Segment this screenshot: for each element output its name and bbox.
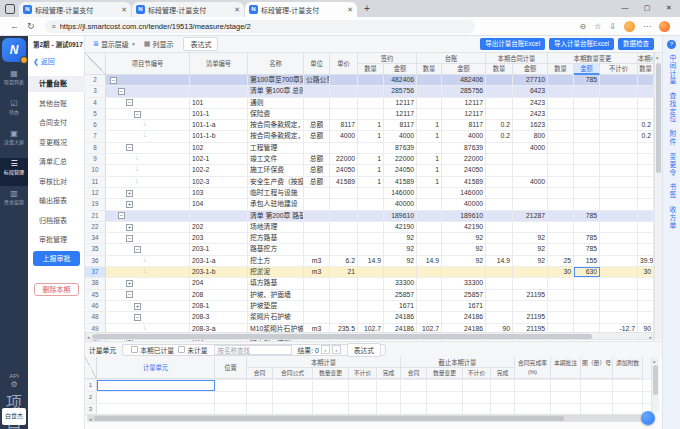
cell-ac[interactable]	[513, 165, 548, 175]
cell-as[interactable]: 1671	[384, 301, 417, 311]
cell-qx[interactable]	[638, 233, 654, 243]
cell-qt[interactable]	[417, 188, 442, 198]
cell-np[interactable]	[600, 301, 638, 311]
tab-close-icon[interactable]: ✕	[121, 6, 127, 14]
cell-price[interactable]	[330, 86, 358, 96]
prev-result-button[interactable]: ‹	[321, 345, 330, 354]
tree-cell[interactable]: └	[106, 267, 190, 277]
cell-av[interactable]	[574, 188, 600, 198]
cell-name[interactable]: 路基挖方	[248, 244, 304, 254]
table-row[interactable]: 37└203-1-b挖淤泥m3213063030	[85, 267, 654, 278]
cell-qv[interactable]	[548, 143, 574, 153]
cell-name[interactable]: 第100章至700章清单	[248, 75, 304, 85]
cell-as[interactable]: 189610	[384, 211, 417, 221]
cell-code[interactable]	[190, 211, 248, 221]
nav-rail-item-1[interactable]: ▦项目列表	[0, 68, 28, 96]
cell-name[interactable]: 护坡、护面墙	[248, 290, 304, 300]
column-header[interactable]: 合同完成率(%)	[515, 357, 551, 379]
table-row[interactable]: 6└101-1-a按合同条款规定，提供建筑工程一总额81171811718117…	[85, 120, 654, 131]
browser-menu-icon[interactable]: ⋯	[643, 22, 651, 31]
cell-unit[interactable]: m3	[304, 267, 330, 277]
scroll-up-icon[interactable]: ▴	[656, 53, 659, 61]
cell-qt[interactable]	[417, 211, 442, 221]
cell-np[interactable]	[600, 177, 638, 187]
cell-qc[interactable]: 0.2	[486, 120, 513, 130]
sidebar-item-3[interactable]: 合同支付	[28, 115, 85, 131]
cell-unit[interactable]: 总额	[304, 154, 330, 164]
cell-np[interactable]	[600, 154, 638, 164]
search-input[interactable]: 按名称查找	[214, 345, 292, 355]
profile-avatar[interactable]	[624, 21, 635, 32]
cell-qt[interactable]: 1	[417, 154, 442, 164]
cell-empty[interactable]	[463, 380, 491, 391]
cell-name[interactable]: 挖方路基	[248, 233, 304, 243]
column-header[interactable]: 数量	[417, 64, 442, 75]
cell-code[interactable]: 101-1-a	[190, 120, 248, 130]
cell-qc[interactable]	[486, 177, 513, 187]
cell-ac[interactable]: 21195	[513, 312, 548, 322]
cell-qt[interactable]	[417, 278, 442, 288]
cell-code[interactable]: 203-1	[190, 244, 248, 254]
table-row[interactable]: 12+103临时工程与设施146000146000	[85, 188, 654, 199]
column-header[interactable]: 金额	[384, 64, 417, 75]
cell-empty[interactable]	[349, 392, 377, 403]
tree-cell[interactable]: +	[106, 199, 190, 209]
cell-av[interactable]: 785	[574, 75, 600, 85]
cell-ac[interactable]: 800	[513, 131, 548, 141]
cell-at[interactable]: 482406	[442, 75, 486, 85]
cell-name[interactable]: 挖淤泥	[248, 267, 304, 277]
cell-empty[interactable]	[349, 380, 377, 391]
cell-qx[interactable]	[638, 109, 654, 119]
cell-qs[interactable]	[358, 301, 384, 311]
cell-np[interactable]	[600, 98, 638, 108]
cell-qs[interactable]: 14.9	[358, 256, 384, 266]
table-row[interactable]: 38+204填方路基3330033300	[85, 278, 654, 289]
sidebar-item-2[interactable]: 其他台账	[28, 96, 85, 112]
row-number[interactable]: 4	[85, 98, 106, 108]
cell-ac[interactable]: 21287	[513, 211, 548, 221]
expand-icon[interactable]: +	[126, 224, 133, 231]
new-tab-button[interactable]: +	[364, 3, 370, 15]
tree-cell[interactable]: +	[106, 188, 190, 198]
row-number[interactable]: 3	[85, 86, 106, 96]
cell-unit[interactable]	[304, 199, 330, 209]
window-maximize-button[interactable]: ▢	[636, 0, 658, 16]
cell-price[interactable]	[330, 75, 358, 85]
table-row[interactable]: 4−101通则12117121172423	[85, 98, 654, 109]
cell-av[interactable]	[574, 177, 600, 187]
cell-empty[interactable]	[215, 392, 247, 403]
cell-empty[interactable]	[377, 380, 401, 391]
tab-search-icon[interactable]	[5, 4, 15, 14]
cell-empty[interactable]	[491, 392, 515, 403]
cell-code[interactable]: 203-1-a	[190, 256, 248, 266]
cell-unit[interactable]	[304, 98, 330, 108]
cell-at[interactable]: 146000	[442, 188, 486, 198]
column-header[interactable]: 项目节编号	[106, 53, 190, 75]
cell-av[interactable]: 630	[574, 267, 600, 277]
cell-price[interactable]	[330, 301, 358, 311]
cell-np[interactable]	[600, 256, 638, 266]
cell-qx[interactable]	[638, 86, 654, 96]
cell-qx[interactable]: 0.2	[638, 131, 654, 141]
cell-unit[interactable]	[304, 143, 330, 153]
cell-qt[interactable]	[417, 199, 442, 209]
cell-qc[interactable]	[486, 211, 513, 221]
cell-empty[interactable]	[613, 392, 643, 403]
collapse-icon[interactable]: −	[126, 291, 133, 298]
sidebar-item-8[interactable]: 归档报表	[28, 213, 85, 229]
table-row[interactable]: 46+208-1护坡垫层16711671	[85, 301, 654, 312]
table-row[interactable]: 34−203挖方路基929292785	[85, 233, 654, 244]
cell-av[interactable]: 785	[574, 211, 600, 221]
cell-price[interactable]: 24050	[330, 165, 358, 175]
expand-icon[interactable]: +	[126, 201, 133, 208]
collapse-icon[interactable]: −	[110, 77, 117, 84]
bottom-table-row[interactable]: 2	[85, 392, 651, 404]
cell-as[interactable]: 8117	[384, 120, 417, 130]
column-header[interactable]: 合同	[247, 368, 273, 379]
cell-qt[interactable]: 1	[417, 131, 442, 141]
cell-unit[interactable]: 总额	[304, 177, 330, 187]
cell-name[interactable]: 清单 第200章 路基	[248, 211, 304, 221]
sidebar-item-6[interactable]: 审核比对	[28, 174, 85, 190]
cell-as[interactable]: 146000	[384, 188, 417, 198]
cell-code[interactable]: 203-1-b	[190, 267, 248, 277]
